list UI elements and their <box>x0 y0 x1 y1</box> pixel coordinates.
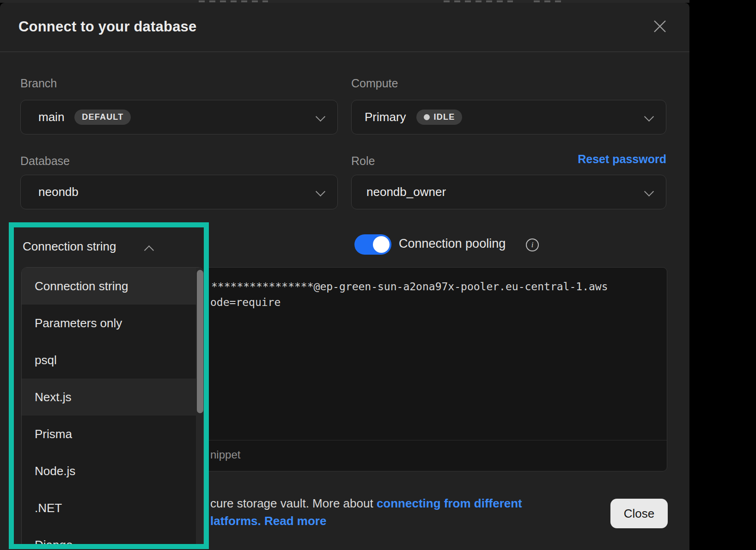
close-icon[interactable] <box>652 18 668 35</box>
connection-string-line1: ****************@ep-green-sun-a2ona97x-p… <box>211 281 608 293</box>
dropdown-item-parameters-only[interactable]: Parameters only <box>22 305 196 342</box>
compute-select[interactable]: Primary IDLE <box>351 100 666 134</box>
chevron-down-icon <box>644 187 654 196</box>
note-text: cure storage vault. More about <box>210 496 377 510</box>
connection-string-section-header[interactable]: Connection string <box>23 239 116 254</box>
code-snippet-toggle[interactable]: nippet <box>210 448 240 461</box>
reset-password-link[interactable]: Reset password <box>508 153 666 166</box>
status-dot-icon <box>424 114 430 120</box>
clipped-background-text <box>444 0 513 2</box>
dropdown-item-prisma[interactable]: Prisma <box>22 416 196 452</box>
clipped-background-text <box>199 0 268 2</box>
role-value: neondb_owner <box>366 185 446 199</box>
idle-badge-text: IDLE <box>434 112 455 122</box>
toggle-knob <box>373 236 390 253</box>
connection-pooling-label: Connection pooling <box>399 237 506 251</box>
database-value: neondb <box>38 185 79 199</box>
compute-label: Compute <box>351 77 398 90</box>
dropdown-item-django[interactable]: Django <box>22 526 196 549</box>
role-label: Role <box>351 154 375 168</box>
chevron-down-icon <box>316 112 325 122</box>
screen: Connect to your database Branch main DEF… <box>0 0 756 550</box>
dropdown-item-dotnet[interactable]: .NET <box>22 489 196 526</box>
read-more-link[interactable]: latforms. Read more <box>210 514 326 528</box>
dropdown-item-connection-string[interactable]: Connection string <box>22 268 196 305</box>
connection-pooling-toggle[interactable] <box>354 234 391 255</box>
database-select[interactable]: neondb <box>20 175 338 209</box>
compute-value: Primary <box>365 110 406 124</box>
header-divider <box>0 51 689 52</box>
clipped-background-text <box>534 0 561 2</box>
database-label: Database <box>20 154 70 168</box>
storage-note-line1: cure storage vault. More about connectin… <box>210 496 522 511</box>
storage-note-line2: latforms. Read more <box>210 514 326 528</box>
dropdown-item-nextjs[interactable]: Next.js <box>22 379 196 416</box>
branch-default-badge: DEFAULT <box>74 110 131 125</box>
chevron-down-icon <box>644 112 654 122</box>
annotation-highlight-box: Connection string Connection string Para… <box>9 222 209 549</box>
dialog-title: Connect to your database <box>18 18 196 35</box>
branch-label: Branch <box>20 77 57 90</box>
dropdown-item-psql[interactable]: psql <box>22 342 196 379</box>
chevron-up-icon <box>144 245 154 255</box>
connection-string-line2: ode=require <box>210 296 280 308</box>
chevron-down-icon <box>316 187 325 196</box>
compute-idle-badge: IDLE <box>416 110 463 125</box>
connecting-platforms-link[interactable]: connecting from different <box>377 496 522 510</box>
branch-value: main <box>38 110 64 124</box>
close-button[interactable]: Close <box>610 499 668 528</box>
info-icon[interactable]: i <box>526 238 539 251</box>
role-select[interactable]: neondb_owner <box>351 175 666 209</box>
branch-select[interactable]: main DEFAULT <box>20 100 338 134</box>
dropdown-scrollbar-thumb[interactable] <box>197 270 203 413</box>
connection-string-dropdown: Connection string Parameters only psql N… <box>21 267 204 549</box>
dropdown-item-nodejs[interactable]: Node.js <box>22 452 196 489</box>
